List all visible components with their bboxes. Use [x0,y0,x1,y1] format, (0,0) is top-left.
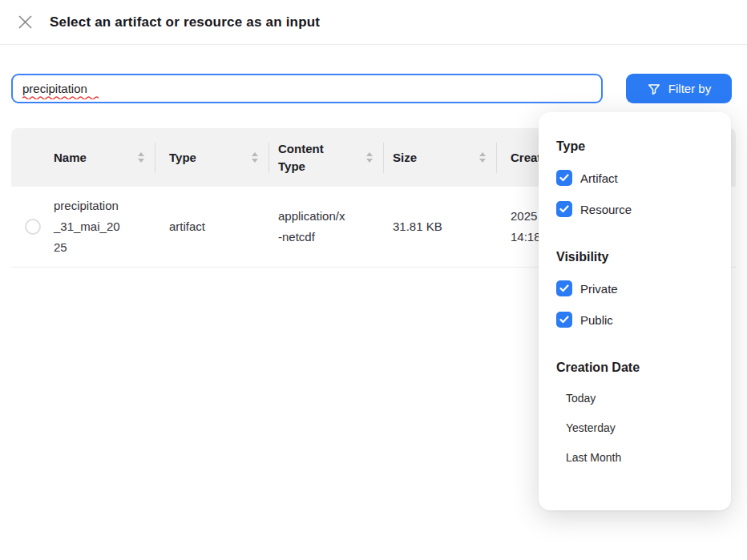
filter-section-visibility: Visibility Private Public [556,250,713,328]
search-input-value: precipitation [22,81,87,97]
sort-icon[interactable] [366,152,373,163]
filter-option-public[interactable]: Public [556,312,713,328]
filter-option-private[interactable]: Private [556,280,713,296]
filter-option-yesterday[interactable]: Yesterday [556,422,713,433]
checkbox-icon[interactable] [556,280,572,296]
column-header-type[interactable]: Type [155,128,269,187]
cell-content-type: application/x -netcdf [269,206,384,248]
dialog-titlebar: Select an artifact or resource as an inp… [0,0,747,45]
column-header-content-type[interactable]: Content Type [269,128,384,187]
toolbar: precipitation Filter by [11,74,732,103]
funnel-icon [647,82,661,96]
sort-icon[interactable] [138,152,144,163]
filter-section-creation-date: Creation Date Today Yesterday Last Month [556,361,713,463]
cell-size: 31.81 KB [384,216,497,237]
filter-option-last-month[interactable]: Last Month [556,452,713,463]
checkbox-icon[interactable] [556,170,572,186]
checkbox-icon[interactable] [556,312,572,328]
filter-option-artifact[interactable]: Artifact [556,170,713,186]
cell-name: precipitation _31_mai_20 25 [54,195,155,258]
sort-icon[interactable] [252,152,258,163]
filter-option-today[interactable]: Today [556,393,713,404]
checkbox-icon[interactable] [556,201,572,217]
close-icon[interactable] [15,13,34,32]
filter-section-title: Type [556,139,713,154]
filter-dropdown-panel: Type Artifact Resource Visibility Privat… [539,112,731,510]
spellcheck-squiggle [22,95,99,99]
dialog-title: Select an artifact or resource as an inp… [50,14,320,30]
column-header-name[interactable]: Name [54,128,155,187]
search-input[interactable]: precipitation [11,74,603,103]
filter-option-resource[interactable]: Resource [556,201,713,217]
row-radio-button[interactable] [25,219,41,235]
filter-section-title: Creation Date [556,361,713,375]
filter-section-type: Type Artifact Resource [556,139,713,217]
column-header-size[interactable]: Size [384,128,497,187]
filter-by-label: Filter by [668,82,711,95]
sort-icon[interactable] [479,152,486,163]
filter-by-button[interactable]: Filter by [626,74,732,103]
header-select-column [11,128,54,187]
cell-type: artifact [155,216,269,237]
filter-section-title: Visibility [556,250,713,264]
